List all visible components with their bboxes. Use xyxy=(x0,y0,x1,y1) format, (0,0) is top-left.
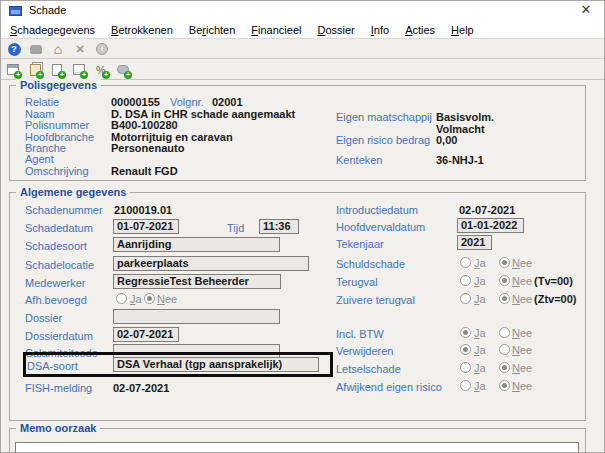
verwijderen-radio-nee[interactable] xyxy=(499,344,510,355)
menu-schadegegevens[interactable]: Schadegegevens xyxy=(5,24,100,36)
terugval-nee-label: Nee xyxy=(512,275,532,287)
schuldschade-nee-label: Nee xyxy=(512,257,532,269)
schadenummer-label: Schadenummer xyxy=(25,204,103,216)
terugval-suffix: (Tv=00) xyxy=(534,275,573,287)
help-button[interactable]: ? xyxy=(6,41,22,57)
dossierdatum-field[interactable]: 02-07-2021 xyxy=(113,327,179,342)
delete-button[interactable]: ✕ xyxy=(72,41,88,57)
polisgegevens-legend: Polisgegevens xyxy=(16,79,101,91)
new-appointment-button[interactable]: + xyxy=(5,62,21,78)
plus-badge-icon: + xyxy=(36,71,44,79)
plus-badge-icon: + xyxy=(124,71,132,79)
info-icon: i xyxy=(96,43,108,55)
tijd-field[interactable]: 11:36 xyxy=(259,219,299,234)
medewerker-label: Medewerker xyxy=(25,277,86,289)
schuldschade-ja-label: Ja xyxy=(474,257,486,269)
close-icon[interactable]: ✕ xyxy=(578,2,594,18)
zuivere-terugval-radio-ja[interactable] xyxy=(460,293,471,304)
new-document-button[interactable]: + xyxy=(49,62,65,78)
dsa-soort-field[interactable]: DSA Verhaal (tgp aansprakelijk) xyxy=(113,357,319,372)
schuldschade-radio-ja[interactable] xyxy=(460,257,471,268)
afwijkend-eigen-risico-radio-nee[interactable] xyxy=(499,380,510,391)
menu-betrokkenen[interactable]: Betrokkenen xyxy=(106,24,178,36)
afwijkend-eigen-risico-radiogroup: Ja Nee xyxy=(460,380,590,393)
fish-melding-value: 02-07-2021 xyxy=(113,382,169,394)
eigen-maatschappij-label: Eigen maatschappij xyxy=(336,111,432,123)
delete-icon: ✕ xyxy=(75,43,84,56)
help-icon: ? xyxy=(8,43,21,56)
menu-acties[interactable]: Acties xyxy=(400,24,440,36)
dossier-field[interactable] xyxy=(113,309,280,324)
verwijderen-label: Verwijderen xyxy=(336,345,393,357)
letselschade-radiogroup: Ja Nee xyxy=(460,362,590,375)
afwijkend-eigen-risico-label: Afwijkend eigen risico xyxy=(336,381,442,393)
incl-btw-nee-label: Nee xyxy=(512,327,532,339)
hoofdvervaldatum-field[interactable]: 01-01-2022 xyxy=(457,218,524,233)
menu-dossier[interactable]: Dossier xyxy=(312,24,359,36)
print-button[interactable] xyxy=(28,41,44,57)
plus-badge-icon: + xyxy=(80,71,88,79)
menu-info[interactable]: Info xyxy=(366,24,394,36)
plus-badge-icon: + xyxy=(58,71,66,79)
omschrijving-label: Omschrijving xyxy=(25,165,89,177)
letselschade-radio-ja[interactable] xyxy=(460,362,471,373)
menu-bar: Schadegegevens Betrokkenen Berichten Fin… xyxy=(1,21,604,39)
volgnr-label: Volgnr. xyxy=(170,96,204,108)
verwijderen-ja-label: Ja xyxy=(474,344,486,356)
tekenjaar-field[interactable]: 2021 xyxy=(457,235,492,250)
zuivere-terugval-suffix: (Ztv=00) xyxy=(534,293,577,305)
new-percentage-button[interactable]: %+ xyxy=(93,62,109,78)
afh-bevoegd-nee-label: Nee xyxy=(157,293,177,305)
zuivere-terugval-ja-label: Ja xyxy=(474,293,486,305)
terugval-radio-nee[interactable] xyxy=(499,275,510,286)
terugval-label: Terugval xyxy=(336,276,378,288)
info-button[interactable]: i xyxy=(94,41,110,57)
afh-bevoegd-ja-label: Ja xyxy=(130,293,142,305)
polisgegevens-section: Polisgegevens xyxy=(9,85,586,181)
schadedatum-label: Schadedatum xyxy=(25,222,93,234)
eigen-maatschappij-value: Basisvolm. xyxy=(436,111,494,123)
menu-financieel[interactable]: Financieel xyxy=(246,24,306,36)
schuldschade-radiogroup: Ja Nee xyxy=(460,257,590,270)
terugval-ja-label: Ja xyxy=(474,275,486,287)
schadedatum-field[interactable]: 01-07-2021 xyxy=(113,219,179,234)
zuivere-terugval-radiogroup: Ja Nee (Ztv=00) xyxy=(460,293,600,306)
terugval-radio-ja[interactable] xyxy=(460,275,471,286)
schuldschade-radio-nee[interactable] xyxy=(499,257,510,268)
afwijkend-eigen-risico-ja-label: Ja xyxy=(474,380,486,392)
afh-bevoegd-radiogroup: Ja Nee xyxy=(116,293,236,306)
new-import-button[interactable]: + xyxy=(115,62,131,78)
verwijderen-radio-ja[interactable] xyxy=(460,344,471,355)
tijd-label: Tijd xyxy=(227,222,244,234)
medewerker-field[interactable]: RegressieTest Beheerder xyxy=(113,274,281,289)
menu-berichten[interactable]: Berichten xyxy=(184,24,241,36)
dossier-label: Dossier xyxy=(25,312,62,324)
letselschade-radio-nee[interactable] xyxy=(499,362,510,373)
branche-value: Personenauto xyxy=(111,142,184,154)
schadelocatie-field[interactable]: parkeerplaats xyxy=(113,256,309,271)
schadesoort-field[interactable]: Aanrijding xyxy=(113,237,280,252)
schuldschade-label: Schuldschade xyxy=(336,258,405,270)
algemene-gegevens-legend: Algemene gegevens xyxy=(16,186,130,198)
incl-btw-radio-ja[interactable] xyxy=(460,327,471,338)
letselschade-ja-label: Ja xyxy=(474,362,486,374)
afh-bevoegd-radio-ja[interactable] xyxy=(116,293,127,304)
app-window-icon xyxy=(9,6,22,16)
polisnummer-label: Polisnummer xyxy=(25,119,89,131)
eigen-risico-bedrag-value: 0,00 xyxy=(436,134,457,146)
menu-help[interactable]: Help xyxy=(446,24,479,36)
hoofdvervaldatum-label: Hoofdvervaldatum xyxy=(336,221,425,233)
plus-badge-icon: + xyxy=(102,71,110,79)
memo-oorzaak-field[interactable] xyxy=(15,442,579,453)
tekenjaar-label: Tekenjaar xyxy=(336,238,384,250)
new-invoice-button[interactable]: + xyxy=(71,62,87,78)
new-copy-button[interactable]: + xyxy=(27,62,43,78)
polisnummer-value: B400-100280 xyxy=(111,119,178,131)
print-icon xyxy=(30,45,42,54)
zuivere-terugval-radio-nee[interactable] xyxy=(499,293,510,304)
home-button[interactable]: ⌂ xyxy=(50,41,66,57)
afh-bevoegd-label: Afh.bevoegd xyxy=(25,294,87,306)
afwijkend-eigen-risico-radio-ja[interactable] xyxy=(460,380,471,391)
incl-btw-radio-nee[interactable] xyxy=(499,327,510,338)
afh-bevoegd-radio-nee[interactable] xyxy=(144,293,155,304)
